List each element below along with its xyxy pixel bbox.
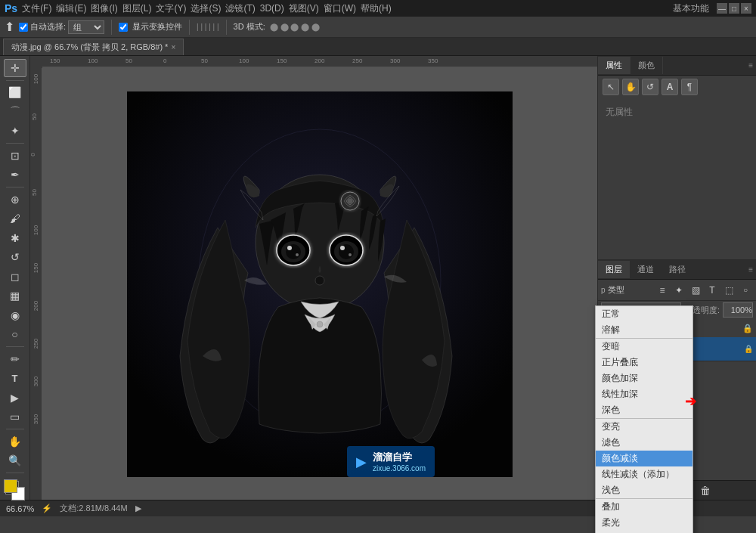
auto-select-checkbox[interactable]	[19, 23, 28, 32]
pen-tool[interactable]: ✏	[4, 350, 26, 368]
auto-select-dropdown[interactable]: 组 图层	[68, 20, 104, 34]
hand-panel-btn[interactable]: ✋	[622, 79, 639, 95]
canvas-content[interactable]	[42, 68, 597, 500]
menu-help[interactable]: 帮助(H)	[361, 2, 392, 15]
blend-option-deep-color[interactable]: 深色	[596, 402, 692, 418]
no-properties-text: 无属性	[598, 98, 756, 126]
blend-option-multiply[interactable]: 正片叠底	[596, 355, 692, 370]
menu-3d[interactable]: 3D(D)	[260, 3, 284, 14]
document-tab[interactable]: 动漫.jpg @ 66.7% (背景 拷贝 2, RGB/8#) * ×	[3, 39, 184, 55]
hand-tool[interactable]: ✋	[4, 432, 26, 451]
crop-tool[interactable]: ⊡	[4, 147, 26, 165]
color-swatches[interactable]	[4, 479, 26, 500]
selection-arrow: ➔	[685, 393, 696, 410]
layers-toolbar: p 类型 ≡ ✦ ▧ T ⬚ ○	[598, 280, 756, 301]
menu-image[interactable]: 图像(I)	[91, 2, 117, 15]
tab-close-button[interactable]: ×	[171, 43, 175, 51]
clone-stamp-tool[interactable]: ✱	[4, 229, 26, 247]
ps-logo: Ps	[5, 2, 17, 14]
rotate-btn[interactable]: ↺	[642, 79, 658, 95]
menu-layer[interactable]: 图层(L)	[122, 2, 152, 15]
blur-tool[interactable]: ◉	[4, 306, 26, 324]
text-tool[interactable]: T	[4, 370, 26, 388]
filter-color-icon[interactable]: ⬚	[721, 283, 736, 298]
blend-option-soft-light[interactable]: 柔光	[596, 515, 692, 531]
watermark-logo: ▶	[356, 454, 367, 470]
panel-menu-icon[interactable]: ≡	[748, 61, 753, 70]
workspace-label: 基本功能	[673, 2, 709, 15]
delete-layer-button[interactable]: 🗑	[697, 483, 714, 498]
eyedropper-tool[interactable]: ✒	[4, 166, 26, 184]
watermark: ▶ 溜溜自学 zixue.3066.com	[347, 446, 435, 477]
filter-attr-icon[interactable]: T	[705, 283, 720, 298]
gradient-tool[interactable]: ▦	[4, 287, 26, 305]
blend-option-overlay[interactable]: 叠加	[596, 499, 692, 515]
blend-option-linear-burn[interactable]: 线性加深	[596, 386, 692, 402]
menu-select[interactable]: 选择(S)	[191, 2, 221, 15]
eraser-tool[interactable]: ◻	[4, 268, 26, 286]
menu-filter[interactable]: 滤镜(T)	[225, 2, 255, 15]
filter-toggle[interactable]: ○	[738, 283, 753, 298]
tab-layers[interactable]: 图层	[598, 261, 630, 278]
dodge-tool[interactable]: ○	[4, 326, 26, 344]
zoom-tool[interactable]: 🔍	[4, 452, 26, 470]
tab-color[interactable]: 颜色	[631, 57, 663, 74]
layers-menu-icon[interactable]: ≡	[748, 265, 753, 274]
blend-option-dissolve[interactable]: 溶解	[596, 322, 692, 338]
blend-group-1: 正常 溶解	[596, 306, 692, 339]
blend-option-color-dodge[interactable]: 颜色减淡	[596, 451, 692, 466]
tab-properties[interactable]: 属性	[598, 57, 631, 74]
canvas-area[interactable]: /* rendered below */ 150 100 50 0 50 100…	[30, 56, 597, 500]
rectangle-select-tool[interactable]: ⬜	[4, 83, 26, 101]
path-select-tool[interactable]: ▶	[4, 389, 26, 407]
blend-group-2: 变暗 正片叠底 颜色加深 线性加深 深色	[596, 339, 692, 419]
blend-option-darken[interactable]: 变暗	[596, 339, 692, 355]
menu-file[interactable]: 文件(F)	[22, 2, 51, 15]
tab-paths[interactable]: 路径	[662, 261, 693, 278]
shape-tool[interactable]: ▭	[4, 408, 26, 426]
tab-label: 动漫.jpg @ 66.7% (背景 拷贝 2, RGB/8#) *	[11, 42, 168, 53]
blend-option-normal[interactable]: 正常	[596, 306, 692, 322]
quick-select-tool[interactable]: ✦	[4, 122, 26, 140]
svg-point-7	[287, 246, 292, 250]
filter-effect-icon[interactable]: ✦	[671, 283, 686, 298]
move-tool[interactable]: ✛	[4, 59, 26, 77]
blend-option-lighter[interactable]: 浅色	[596, 482, 692, 498]
show-transform-checkbox[interactable]	[119, 23, 128, 32]
menu-window[interactable]: 窗口(W)	[324, 2, 356, 15]
blend-option-screen[interactable]: 滤色	[596, 435, 692, 451]
blend-option-color-burn[interactable]: 颜色加深	[596, 370, 692, 386]
brush-tool[interactable]: 🖌	[4, 209, 26, 228]
ruler-horizontal: /* rendered below */ 150 100 50 0 50 100…	[42, 56, 597, 68]
move-tool-icon: ⬆	[5, 20, 14, 34]
svg-point-17	[317, 321, 323, 327]
opacity-input[interactable]	[723, 302, 753, 318]
maximize-button[interactable]: □	[729, 3, 739, 14]
history-brush-tool[interactable]: ↺	[4, 248, 26, 266]
tab-channels[interactable]: 通道	[630, 261, 662, 278]
blend-group-3: 变亮 滤色 颜色减淡 线性减淡（添加） 浅色	[596, 419, 692, 499]
lasso-tool[interactable]: ⌒	[4, 103, 26, 121]
menu-text[interactable]: 文字(Y)	[156, 2, 186, 15]
layers-tabs: 图层 通道 路径 ≡	[598, 260, 756, 280]
auto-select-label: 自动选择:	[30, 21, 66, 33]
blend-mode-dropdown: 正常 溶解 变暗 正片叠底 颜色加深 线性加深 深色 变亮 滤色 颜色减淡 线性…	[595, 305, 693, 533]
filter-type-label: p	[601, 286, 606, 294]
cursor-tool-btn[interactable]: ↖	[603, 79, 619, 95]
close-button[interactable]: ×	[741, 3, 751, 14]
blend-option-linear-dodge[interactable]: 线性减淡（添加）	[596, 466, 692, 482]
ruler-vertical: 100 50 0 50 100 150 200 250 300 350	[30, 68, 42, 500]
minimize-button[interactable]: —	[717, 3, 727, 14]
svg-point-12	[340, 246, 345, 250]
filter-kind-icon[interactable]: ≡	[655, 283, 670, 298]
menu-view[interactable]: 视图(V)	[289, 2, 319, 15]
healing-brush-tool[interactable]: ⊕	[4, 191, 26, 209]
paragraph-btn[interactable]: ¶	[681, 79, 698, 95]
ruler-corner	[30, 56, 42, 68]
a-btn[interactable]: A	[662, 79, 678, 95]
menu-edit[interactable]: 编辑(E)	[56, 2, 86, 15]
zoom-level: 66.67%	[6, 504, 34, 513]
watermark-text: 溜溜自学	[373, 451, 426, 464]
blend-option-lighten[interactable]: 变亮	[596, 419, 692, 435]
filter-mode-icon[interactable]: ▧	[688, 283, 703, 298]
